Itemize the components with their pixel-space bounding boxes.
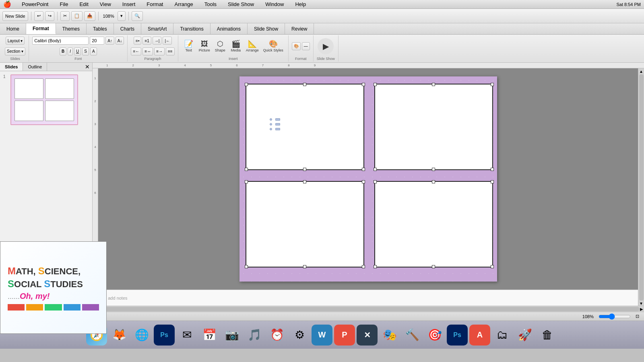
notes-area[interactable]: to add notes <box>98 290 638 306</box>
handle-tl-3[interactable] <box>245 180 248 183</box>
content-box-3[interactable] <box>246 181 364 267</box>
tab-review[interactable]: Review <box>285 23 314 34</box>
handle-br-3[interactable] <box>362 265 365 268</box>
tab-themes[interactable]: Themes <box>56 23 87 34</box>
dock-x[interactable]: ✕ <box>357 325 378 346</box>
format-fill-button[interactable]: 🎨 <box>292 42 301 50</box>
indent-decrease-button[interactable]: |← <box>163 37 172 45</box>
dock-photos[interactable]: 📷 <box>221 325 242 346</box>
align-left-button[interactable]: ≡← <box>131 47 141 56</box>
format-line-button[interactable]: — <box>302 42 310 50</box>
dock-powerpoint[interactable]: P <box>334 325 355 346</box>
menu-edit[interactable]: Edit <box>77 1 91 7</box>
dock-mail[interactable]: ✉ <box>176 325 197 346</box>
bold-button[interactable]: B <box>60 47 66 56</box>
new-slide-button[interactable]: New Slide <box>2 11 28 21</box>
arrange-button[interactable]: 📐 Arrange <box>244 39 260 53</box>
list-numbers-button[interactable]: ≡1 <box>142 37 151 45</box>
handle-tr-1[interactable] <box>362 83 365 86</box>
handle-bc-4[interactable] <box>432 265 435 268</box>
scroll-up-button[interactable]: ▲ <box>639 69 643 74</box>
picture-button[interactable]: 🖼 Picture <box>197 39 212 53</box>
dock-ps2[interactable]: Ps <box>447 325 468 346</box>
handle-tc-3[interactable] <box>303 180 306 183</box>
tab-charts[interactable]: Charts <box>114 23 141 34</box>
dock-app1[interactable]: 🎯 <box>424 325 445 346</box>
scroll-thumb[interactable] <box>639 74 644 300</box>
menu-format[interactable]: Format <box>144 1 165 7</box>
zoom-slider[interactable] <box>599 313 631 320</box>
align-center-button[interactable]: ≡↔ <box>142 47 153 56</box>
outline-tab[interactable]: Outline <box>23 63 47 71</box>
tab-smartart[interactable]: SmartArt <box>141 23 173 34</box>
handle-tl-2[interactable] <box>374 83 377 86</box>
content-box-2[interactable] <box>374 84 493 170</box>
handle-tc-1[interactable] <box>303 83 306 86</box>
handle-bc-1[interactable] <box>303 168 306 171</box>
play-button[interactable]: ▶ <box>318 38 334 54</box>
slides-tab[interactable]: Slides <box>0 63 23 71</box>
dock-word[interactable]: W <box>312 325 332 346</box>
dock-timemachine[interactable]: ⏰ <box>266 325 287 346</box>
tab-animations[interactable]: Animations <box>211 23 248 34</box>
handle-bl-1[interactable] <box>245 168 248 171</box>
apple-menu[interactable]: 🍎 <box>3 0 11 8</box>
search-button[interactable]: 🔍 <box>132 11 143 21</box>
paste-button[interactable]: 📥 <box>84 11 95 21</box>
handle-bl-3[interactable] <box>245 265 248 268</box>
dock-cam[interactable]: 🎭 <box>379 325 400 346</box>
right-scrollbar[interactable]: ▲ ▼ <box>638 68 644 306</box>
dock-itunes[interactable]: 🎵 <box>244 325 265 346</box>
handle-tl-1[interactable] <box>245 83 248 86</box>
dock-calendar[interactable]: 📅 <box>199 325 220 346</box>
tab-transitions[interactable]: Transitions <box>173 23 210 34</box>
canvas-area[interactable]: to add notes <box>98 68 638 306</box>
menu-tools[interactable]: Tools <box>202 1 219 7</box>
indent-increase-button[interactable]: →| <box>153 37 162 45</box>
list-bullets-button[interactable]: ≡• <box>134 37 141 45</box>
zoom-button[interactable]: ▾ <box>118 11 126 21</box>
handle-tr-3[interactable] <box>362 180 365 183</box>
menu-slideshow[interactable]: Slide Show <box>225 1 256 7</box>
dock-finder[interactable]: 🗂 <box>492 325 513 346</box>
font-name-input[interactable] <box>32 37 89 45</box>
tab-slideshow[interactable]: Slide Show <box>248 23 285 34</box>
menu-help[interactable]: Help <box>293 1 308 7</box>
handle-tc-4[interactable] <box>432 180 435 183</box>
underline-button[interactable]: U <box>74 47 81 56</box>
font-color-button[interactable]: A <box>90 47 97 56</box>
handle-bl-2[interactable] <box>374 168 377 171</box>
section-button[interactable]: Section ▾ <box>5 47 25 56</box>
menu-insert[interactable]: Insert <box>120 1 138 7</box>
undo-button[interactable]: ↩ <box>34 11 43 21</box>
strikethrough-button[interactable]: S <box>82 47 89 56</box>
handle-tl-4[interactable] <box>374 180 377 183</box>
font-size-up[interactable]: A↑ <box>105 37 114 45</box>
menu-view[interactable]: View <box>97 1 114 7</box>
redo-button[interactable]: ↪ <box>45 11 54 21</box>
tab-home[interactable]: Home <box>0 23 26 34</box>
handle-br-1[interactable] <box>362 168 365 171</box>
font-size-down[interactable]: A↓ <box>116 37 124 45</box>
scroll-down-button[interactable]: ▼ <box>639 301 643 306</box>
scroll-right-button[interactable]: ▶ <box>640 307 643 311</box>
handle-tc-2[interactable] <box>432 83 435 86</box>
text-button[interactable]: 📝 Text <box>182 39 196 53</box>
handle-bl-4[interactable] <box>374 265 377 268</box>
dock-launchpad[interactable]: 🚀 <box>514 325 535 346</box>
fit-button[interactable]: ⊡ <box>636 314 639 319</box>
dock-systemprefs[interactable]: ⚙ <box>289 325 310 346</box>
handle-bc-2[interactable] <box>432 168 435 171</box>
tab-tables[interactable]: Tables <box>87 23 114 34</box>
copy-button[interactable]: 📋 <box>71 11 83 21</box>
media-button[interactable]: 🎬 Media <box>229 39 243 53</box>
menu-arrange[interactable]: Arrange <box>172 1 195 7</box>
close-panel-button[interactable]: ✕ <box>83 63 92 71</box>
dock-trash[interactable]: 🗑 <box>537 325 558 346</box>
bottom-scrollbar[interactable]: ◀ ▶ <box>93 306 644 312</box>
menu-window[interactable]: Window <box>263 1 286 7</box>
align-right-button[interactable]: ≡→ <box>154 47 165 56</box>
align-justify-button[interactable]: ≡≡ <box>166 47 175 56</box>
handle-bc-3[interactable] <box>303 265 306 268</box>
quick-styles-button[interactable]: 🎨 Quick Styles <box>262 39 285 53</box>
